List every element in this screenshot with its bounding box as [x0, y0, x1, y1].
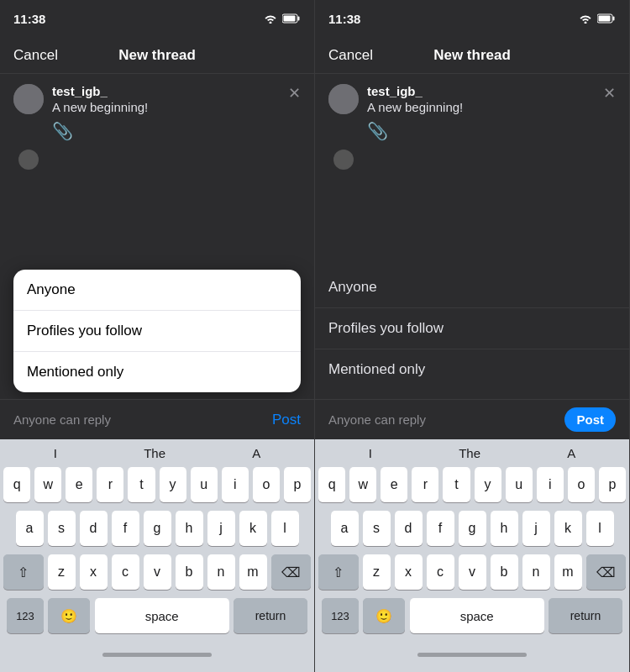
keyboard-row2-left: a s d f g h j k l: [3, 511, 311, 546]
key-p-right[interactable]: p: [599, 467, 626, 502]
key-m-right[interactable]: m: [554, 554, 582, 590]
key-l-right[interactable]: l: [586, 511, 614, 546]
key-i-left[interactable]: i: [222, 467, 249, 502]
key-shift-left[interactable]: ⇧: [3, 554, 44, 590]
key-v-right[interactable]: v: [459, 554, 486, 590]
key-w-right[interactable]: w: [349, 467, 376, 502]
key-space-left[interactable]: space: [95, 598, 229, 633]
key-y-right[interactable]: y: [475, 467, 501, 502]
key-e-right[interactable]: e: [381, 467, 407, 502]
key-u-right[interactable]: u: [506, 467, 533, 502]
key-t-left[interactable]: t: [128, 467, 155, 502]
key-y-left[interactable]: y: [160, 467, 186, 502]
battery-icon: [282, 13, 301, 24]
key-space-right[interactable]: space: [410, 598, 544, 633]
key-m-left[interactable]: m: [239, 554, 267, 590]
reply-option-mentioned-right[interactable]: Mentioned only: [315, 349, 629, 390]
key-shift-right[interactable]: ⇧: [318, 554, 359, 590]
key-p-left[interactable]: p: [284, 467, 311, 502]
key-s-right[interactable]: s: [363, 511, 391, 546]
key-r-right[interactable]: r: [412, 467, 438, 502]
close-button-right[interactable]: ✕: [603, 84, 616, 102]
post-button-left[interactable]: Post: [272, 412, 301, 428]
key-g-right[interactable]: g: [459, 511, 486, 546]
key-k-left[interactable]: k: [239, 511, 267, 546]
key-k-right[interactable]: k: [554, 511, 582, 546]
key-v-left[interactable]: v: [144, 554, 171, 590]
key-emoji-left[interactable]: 🙂: [48, 598, 90, 633]
avatar-image-right: [328, 84, 359, 114]
key-s-left[interactable]: s: [48, 511, 76, 546]
popup-profiles-left[interactable]: Profiles you follow: [13, 311, 301, 352]
key-z-left[interactable]: z: [48, 554, 76, 590]
key-d-left[interactable]: d: [80, 511, 108, 546]
key-h-left[interactable]: h: [176, 511, 203, 546]
key-g-left[interactable]: g: [144, 511, 171, 546]
attachment-icon-left: 📎: [52, 121, 280, 141]
key-l-left[interactable]: l: [271, 511, 299, 546]
avatar-left: [13, 84, 44, 114]
suggestion-a-right[interactable]: A: [567, 446, 575, 460]
post-button-right[interactable]: Post: [564, 407, 616, 432]
key-i-right[interactable]: i: [537, 467, 564, 502]
key-r-left[interactable]: r: [97, 467, 123, 502]
key-q-right[interactable]: q: [318, 467, 345, 502]
thread-text-left: A new beginning!: [52, 100, 280, 114]
key-j-right[interactable]: j: [522, 511, 550, 546]
key-delete-left[interactable]: ⌫: [271, 554, 312, 590]
key-o-left[interactable]: o: [253, 467, 280, 502]
cancel-button-left[interactable]: Cancel: [13, 47, 58, 64]
close-button-left[interactable]: ✕: [288, 84, 301, 102]
cancel-button-right[interactable]: Cancel: [328, 47, 373, 64]
key-delete-right[interactable]: ⌫: [586, 554, 627, 590]
key-return-right[interactable]: return: [549, 598, 622, 633]
suggestion-a-left[interactable]: A: [252, 446, 260, 460]
key-b-right[interactable]: b: [491, 554, 518, 590]
key-x-left[interactable]: x: [80, 554, 108, 590]
key-b-left[interactable]: b: [176, 554, 203, 590]
key-a-right[interactable]: a: [331, 511, 359, 546]
key-a-left[interactable]: a: [16, 511, 44, 546]
key-123-left[interactable]: 123: [7, 598, 44, 633]
key-z-right[interactable]: z: [363, 554, 391, 590]
reply-placeholder-right[interactable]: Anyone can reply: [328, 412, 564, 427]
reply-option-profiles-right[interactable]: Profiles you follow: [315, 308, 629, 349]
popup-mentioned-left[interactable]: Mentioned only: [13, 352, 301, 392]
keyboard-bottom-right: 123 🙂 space return: [318, 598, 626, 633]
status-time-left: 11:38: [13, 12, 45, 26]
wifi-icon: [264, 13, 277, 24]
key-w-left[interactable]: w: [34, 467, 61, 502]
thread-row-left: test_igb_ A new beginning! 📎 ✕: [13, 84, 301, 141]
key-j-left[interactable]: j: [207, 511, 235, 546]
svg-rect-1: [298, 17, 300, 21]
key-n-left[interactable]: n: [207, 554, 235, 590]
key-c-left[interactable]: c: [112, 554, 139, 590]
popup-anyone-left[interactable]: Anyone: [13, 270, 301, 311]
home-bar-left: [102, 653, 212, 657]
key-c-right[interactable]: c: [427, 554, 454, 590]
key-n-right[interactable]: n: [522, 554, 550, 590]
key-123-right[interactable]: 123: [322, 598, 359, 633]
key-f-right[interactable]: f: [427, 511, 454, 546]
key-x-right[interactable]: x: [395, 554, 423, 590]
reply-option-anyone-right[interactable]: Anyone: [315, 267, 629, 308]
reply-placeholder-left[interactable]: Anyone can reply: [13, 412, 272, 427]
suggestion-the-left[interactable]: The: [144, 446, 165, 460]
key-u-left[interactable]: u: [191, 467, 218, 502]
home-indicator-left: [3, 640, 311, 669]
key-f-left[interactable]: f: [112, 511, 139, 546]
key-q-left[interactable]: q: [3, 467, 30, 502]
key-t-right[interactable]: t: [443, 467, 470, 502]
suggestion-the-right[interactable]: The: [459, 446, 480, 460]
key-emoji-right[interactable]: 🙂: [363, 598, 405, 633]
suggestion-i-right[interactable]: I: [369, 446, 372, 460]
key-d-right[interactable]: d: [395, 511, 423, 546]
add-thread-avatar-right: [333, 150, 354, 170]
suggestion-i-left[interactable]: I: [54, 446, 57, 460]
key-o-right[interactable]: o: [568, 467, 595, 502]
key-h-right[interactable]: h: [491, 511, 518, 546]
attachment-icon-right: 📎: [367, 121, 595, 141]
key-e-left[interactable]: e: [66, 467, 92, 502]
thread-content-left: test_igb_ A new beginning! 📎 ✕: [0, 74, 314, 267]
key-return-left[interactable]: return: [234, 598, 307, 633]
